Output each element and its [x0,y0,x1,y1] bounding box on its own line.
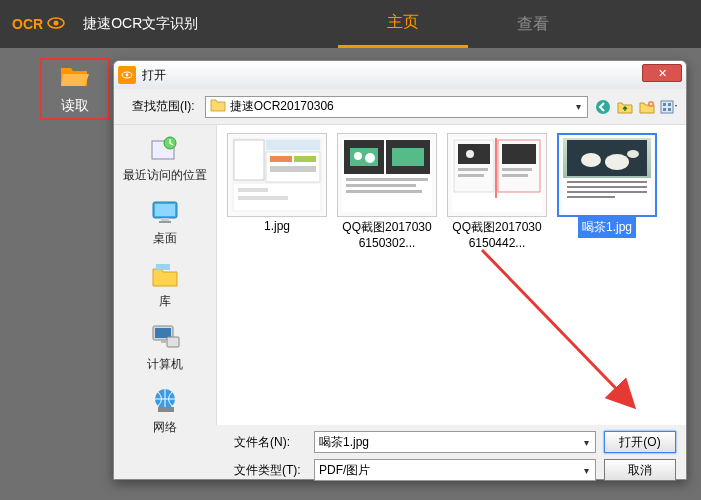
svg-rect-29 [294,156,316,162]
svg-rect-32 [238,188,268,192]
svg-point-4 [596,100,610,114]
app-title: 捷速OCR文字识别 [83,15,198,33]
sidebar-label: 最近访问的位置 [123,167,207,184]
svg-rect-33 [238,196,288,200]
close-icon: ✕ [658,67,667,80]
toolbar-area: 读取 打开 ✕ 查找范围(I): 捷速OCR20170306 ▾ [0,48,701,500]
svg-rect-42 [346,184,416,187]
svg-point-1 [54,21,59,26]
dialog-icon [118,66,136,84]
svg-rect-52 [502,168,532,171]
svg-rect-17 [156,264,170,270]
sidebar-item-computer[interactable]: 计算机 [114,318,216,379]
file-list-pane[interactable]: 1.jpg QQ截图20170306150302... QQ截图20170306… [216,125,686,425]
dialog-body: 最近访问的位置 桌面 库 计算机 网络 [114,125,686,425]
dialog-titlebar[interactable]: 打开 ✕ [114,61,686,89]
svg-point-37 [354,152,362,160]
svg-rect-48 [458,168,488,171]
sidebar-item-libraries[interactable]: 库 [114,255,216,316]
svg-rect-25 [234,140,264,180]
network-icon [148,385,182,417]
directory-name: 捷速OCR20170306 [230,98,334,115]
chevron-down-icon: ▾ [582,437,591,448]
filetype-value: PDF/图片 [319,462,370,479]
filetype-select[interactable]: PDF/图片 ▾ [314,459,596,481]
nav-icons [594,98,678,116]
svg-point-58 [627,150,639,158]
directory-combobox[interactable]: 捷速OCR20170306 ▾ [205,96,588,118]
places-sidebar: 最近访问的位置 桌面 库 计算机 网络 [114,125,216,425]
svg-rect-6 [661,101,673,113]
svg-rect-14 [155,204,175,216]
file-item[interactable]: 1.jpg [225,133,329,235]
svg-rect-9 [663,108,666,111]
svg-rect-30 [270,166,316,172]
filename-label: 文件名(N): [234,434,306,451]
svg-rect-23 [158,407,174,412]
sidebar-item-network[interactable]: 网络 [114,381,216,442]
sidebar-label: 库 [159,293,171,310]
filename-input[interactable]: 喝茶1.jpg ▾ [314,431,596,453]
sidebar-item-recent[interactable]: 最近访问的位置 [114,129,216,190]
tab-view[interactable]: 查看 [468,0,598,48]
annotation-arrow-icon [472,240,652,420]
file-name: 1.jpg [260,217,294,235]
svg-rect-53 [502,174,528,177]
computer-icon [148,322,182,354]
sidebar-item-desktop[interactable]: 桌面 [114,192,216,253]
svg-rect-43 [346,190,422,193]
filetype-label: 文件类型(T): [234,462,306,479]
filename-value: 喝茶1.jpg [319,434,369,451]
svg-point-56 [581,153,601,167]
svg-rect-15 [161,218,169,221]
view-mode-icon[interactable] [660,98,678,116]
file-name: QQ截图20170306150442... [445,217,549,249]
libraries-icon [148,259,182,291]
new-folder-icon[interactable] [638,98,656,116]
tab-home[interactable]: 主页 [338,0,468,48]
open-button[interactable]: 打开(O) [604,431,676,453]
svg-rect-49 [458,174,484,177]
svg-rect-28 [270,156,292,162]
close-button[interactable]: ✕ [642,64,682,82]
svg-rect-10 [668,108,671,111]
sidebar-label: 计算机 [147,356,183,373]
up-folder-icon[interactable] [616,98,634,116]
dialog-toolbar: 查找范围(I): 捷速OCR20170306 ▾ [114,89,686,125]
open-file-dialog: 打开 ✕ 查找范围(I): 捷速OCR20170306 ▾ [113,60,687,480]
svg-rect-8 [668,103,671,106]
svg-rect-7 [663,103,666,106]
svg-rect-20 [167,337,179,347]
chevron-down-icon: ▾ [574,101,583,112]
file-item[interactable]: QQ截图20170306150302... [335,133,439,249]
svg-point-3 [126,74,129,77]
svg-rect-26 [266,140,320,150]
file-thumbnail [557,133,657,217]
app-header: OCR 捷速OCR文字识别 主页 查看 [0,0,701,48]
sidebar-label: 网络 [153,419,177,436]
sidebar-label: 桌面 [153,230,177,247]
back-icon[interactable] [594,98,612,116]
file-name: 喝茶1.jpg [578,217,636,238]
eye-icon [47,16,65,32]
svg-point-47 [466,150,474,158]
ocr-logo-text: OCR [12,16,43,32]
file-item[interactable]: QQ截图20170306150442... [445,133,549,249]
read-button[interactable]: 读取 [40,58,110,120]
svg-rect-21 [161,340,167,343]
read-label: 读取 [61,97,89,115]
app-logo: OCR [0,16,77,32]
svg-point-57 [605,154,629,170]
svg-rect-16 [159,221,171,223]
search-range-label: 查找范围(I): [132,98,195,115]
file-item[interactable]: 喝茶1.jpg [555,133,659,238]
dialog-title: 打开 [142,67,166,84]
tab-bar: 主页 查看 [338,0,598,48]
file-name: QQ截图20170306150302... [335,217,439,249]
recent-icon [148,133,182,165]
file-thumbnail [447,133,547,217]
cancel-button[interactable]: 取消 [604,459,676,481]
svg-rect-40 [392,148,424,166]
svg-rect-51 [502,144,536,164]
file-thumbnail [337,133,437,217]
